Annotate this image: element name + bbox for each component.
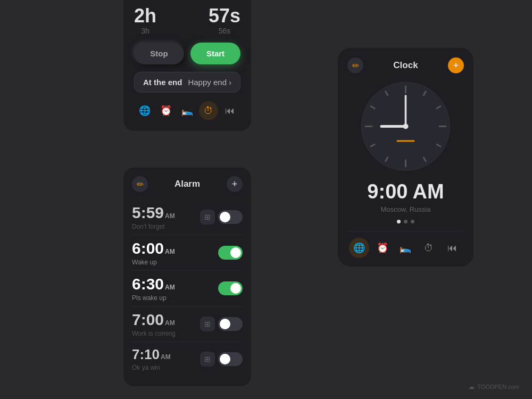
alarm-toggle-off[interactable]	[218, 317, 243, 331]
alarm-time: 5:59 AM	[132, 204, 175, 222]
timer-seconds-sub: 56s	[209, 27, 240, 35]
svg-point-13	[403, 124, 409, 129]
alarm-item: 7:10 AM Ok ya win ⊞	[132, 342, 243, 376]
alarm-grid-icon[interactable]: ⊞	[200, 210, 215, 225]
alarm-grid-icon[interactable]: ⊞	[200, 317, 215, 331]
clock-nav-timer[interactable]: ⏱	[419, 238, 439, 258]
alarm-header: ✏ Alarm +	[132, 176, 243, 192]
clock-nav-sleep[interactable]: 🛌	[395, 238, 415, 258]
stop-button[interactable]: Stop	[134, 43, 184, 64]
alarm-time: 6:00 AM	[132, 239, 175, 257]
at-end-value: Happy end ›	[188, 78, 231, 87]
alarm-time-group: 5:59 AM Don't forget	[132, 204, 175, 230]
alarm-toggle-off[interactable]	[218, 210, 243, 224]
dot-inactive	[404, 220, 408, 223]
alarm-item: 6:00 AM Wake up ⊞	[132, 235, 243, 271]
timer-nav-timer-active[interactable]: ⏱	[199, 101, 218, 120]
clock-location: Moscow, Russia	[347, 205, 464, 213]
alarm-add-button[interactable]: +	[227, 176, 243, 192]
watermark: ☁ TOOOPEN.com	[468, 383, 519, 390]
clock-card: ✏ Clock +	[338, 48, 473, 267]
at-end-bar[interactable]: At the end Happy end ›	[134, 72, 240, 93]
timer-nav-sleep[interactable]: 🛌	[178, 101, 197, 120]
alarm-grid-icon[interactable]: ⊞	[200, 352, 215, 367]
timer-display: 2h 3h 57s 56s	[134, 6, 240, 35]
alarm-controls: ⊞	[200, 352, 243, 367]
clock-time: 9:00 AM	[367, 180, 444, 203]
alarm-row: 6:00 AM Wake up ⊞	[132, 239, 243, 266]
timer-nav: 🌐 ⏰ 🛌 ⏱ ⏮	[134, 101, 240, 120]
clock-nav-world-active[interactable]: 🌐	[349, 238, 369, 258]
alarm-row: 7:00 AM Work is coming ⊞	[132, 311, 243, 337]
alarm-row: 5:59 AM Don't forget ⊞	[132, 204, 243, 230]
dot-active	[397, 220, 401, 223]
timer-hours-sub: 3h	[134, 27, 156, 35]
timer-nav-stopwatch[interactable]: ⏮	[220, 101, 239, 120]
timer-nav-alarm[interactable]: ⏰	[156, 101, 176, 120]
clock-nav-alarm[interactable]: ⏰	[372, 238, 393, 258]
clock-nav-stopwatch[interactable]: ⏮	[442, 238, 462, 258]
timer-buttons: Stop Start	[134, 43, 240, 64]
alarm-item: 7:00 AM Work is coming ⊞	[132, 306, 243, 342]
clock-header: ✏ Clock +	[347, 57, 464, 73]
alarm-time-group: 7:10 AM Ok ya win	[132, 346, 171, 371]
analog-clock	[359, 80, 452, 173]
clock-edit-button[interactable]: ✏	[347, 57, 363, 73]
alarm-toggle-on[interactable]: ⊞	[218, 246, 243, 260]
alarm-row: 6:30 AM Pls wake up ⊞	[132, 275, 243, 302]
alarm-controls: ⊞	[200, 317, 243, 331]
timer-seconds-col: 57s 56s	[209, 6, 240, 35]
alarm-row: 7:10 AM Ok ya win ⊞	[132, 346, 243, 371]
alarm-time: 6:30 AM	[132, 275, 175, 293]
alarm-controls: ⊞	[218, 246, 243, 260]
alarm-time-group: 6:30 AM Pls wake up	[132, 275, 175, 302]
clock-time-display: 9:00 AM	[347, 180, 464, 203]
clock-nav: 🌐 ⏰ 🛌 ⏱ ⏮	[347, 231, 464, 258]
alarm-card: ✏ Alarm + 5:59 AM Don't forget ⊞	[123, 168, 251, 386]
at-end-label: At the end	[143, 78, 182, 87]
analog-clock-container	[347, 80, 464, 173]
timer-hours-col: 2h 3h	[134, 6, 156, 35]
timer-nav-world[interactable]: 🌐	[135, 101, 154, 120]
timer-hours-main: 2h	[134, 6, 156, 26]
alarm-item: 5:59 AM Don't forget ⊞	[132, 200, 243, 235]
clock-page-indicators	[347, 220, 464, 223]
clock-add-button[interactable]: +	[448, 57, 464, 73]
clock-title: Clock	[363, 60, 448, 71]
alarm-time-group: 7:00 AM Work is coming	[132, 311, 176, 337]
alarm-time: 7:00 AM	[132, 311, 176, 329]
timer-card: 2h 3h 57s 56s Stop Start At the end Happ…	[123, 0, 251, 131]
start-button[interactable]: Start	[190, 43, 240, 64]
timer-seconds-main: 57s	[209, 6, 240, 26]
dot-inactive	[411, 220, 414, 223]
alarm-edit-button[interactable]: ✏	[132, 176, 148, 192]
alarm-toggle-off[interactable]	[218, 352, 243, 366]
alarm-time: 7:10 AM	[132, 346, 171, 363]
alarm-title: Alarm	[174, 179, 200, 189]
alarm-time-group: 6:00 AM Wake up	[132, 239, 175, 266]
alarm-controls: ⊞	[200, 210, 243, 225]
alarm-toggle-on[interactable]: ⊞	[218, 281, 243, 295]
watermark-icon: ☁	[468, 383, 475, 390]
watermark-text: TOOOPEN.com	[477, 384, 519, 390]
alarm-controls: ⊞	[218, 281, 243, 295]
alarm-item: 6:30 AM Pls wake up ⊞	[132, 271, 243, 306]
